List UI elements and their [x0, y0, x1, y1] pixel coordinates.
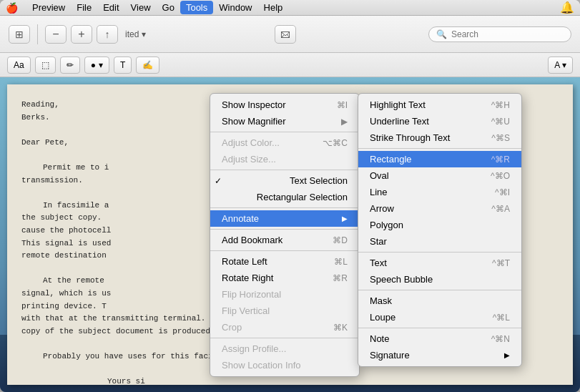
menu-highlight-text-label: Highlight Text — [370, 99, 426, 110]
menu-adjust-color[interactable]: Adjust Color... ⌥⌘C — [210, 134, 359, 151]
menu-note-shortcut: ^⌘N — [491, 334, 510, 344]
menu-sep-4 — [210, 229, 359, 230]
menu-show-location-info[interactable]: Show Location Info — [210, 357, 359, 373]
annotation-bar: Aa ⬚ ✏ ● ▾ T ✍ A ▾ — [0, 53, 580, 77]
menu-text-selection-label: Text Selection — [290, 175, 348, 186]
signature-arrow-icon: ▶ — [504, 351, 510, 359]
menubar-help[interactable]: Help — [258, 1, 289, 14]
font-button[interactable]: Aa — [7, 57, 31, 74]
apple-menu[interactable]: 🍎 — [6, 2, 18, 14]
menu-annotate-label: Annotate — [222, 213, 259, 224]
zoom-in-button[interactable]: + — [71, 25, 92, 44]
toolbar-sep-1 — [37, 24, 38, 44]
menu-assign-profile[interactable]: Assign Profile... — [210, 340, 359, 357]
no-check-icon — [215, 192, 222, 202]
menu-show-magnifier[interactable]: Show Magnifier ▶ — [210, 113, 359, 129]
stamp-button[interactable]: 🖂 — [275, 25, 296, 44]
menu-line-shortcut: ^⌘I — [495, 187, 510, 197]
view-toggle-button[interactable]: ⊞ — [9, 25, 30, 44]
menu-underline-text[interactable]: Underline Text ^⌘U — [358, 113, 521, 129]
menu-flip-horizontal[interactable]: Flip Horizontal — [210, 286, 359, 303]
menu-assign-profile-label: Assign Profile... — [222, 343, 286, 354]
shapes-button[interactable]: ● ▾ — [84, 57, 109, 74]
tools-menu: Show Inspector ⌘I Show Magnifier ▶ Adjus… — [210, 93, 360, 377]
menu-rectangle[interactable]: Rectangle ^⌘R — [358, 151, 521, 167]
zoom-out-button[interactable]: − — [45, 25, 67, 44]
menu-show-magnifier-arrow: ▶ — [341, 117, 348, 127]
selection-button[interactable]: ⬚ — [35, 57, 56, 74]
menubar-go[interactable]: Go — [157, 1, 180, 14]
menu-add-bookmark[interactable]: Add Bookmark ⌘D — [210, 232, 359, 248]
menu-underline-text-label: Underline Text — [370, 116, 429, 127]
menu-rectangle-shortcut: ^⌘R — [491, 155, 510, 165]
menubar-window[interactable]: Window — [213, 1, 257, 14]
text-button[interactable]: T — [114, 57, 132, 74]
sign-button[interactable]: ✍ — [136, 57, 159, 74]
menu-adjust-size[interactable]: Adjust Size... — [210, 151, 359, 167]
check-icon: ✓ — [215, 176, 222, 186]
selection-icon: ⬚ — [41, 60, 49, 70]
menubar-view[interactable]: View — [125, 1, 157, 14]
menu-loupe[interactable]: Loupe ^⌘L — [358, 309, 521, 325]
font-size-button[interactable]: A ▾ — [548, 57, 573, 74]
menu-polygon-label: Polygon — [370, 220, 403, 230]
search-icon: 🔍 — [436, 29, 447, 39]
menu-show-inspector[interactable]: Show Inspector ⌘I — [210, 97, 359, 113]
menu-adjust-color-label: Adjust Color... — [222, 137, 280, 148]
pencil-icon: ✏ — [67, 60, 74, 70]
menu-crop-label: Crop — [222, 322, 242, 333]
annotate-submenu: Highlight Text ^⌘H Underline Text ^⌘U St… — [358, 93, 522, 367]
menu-rectangular-selection[interactable]: Rectangular Selection — [210, 189, 359, 205]
menu-star[interactable]: Star — [358, 233, 521, 250]
search-box[interactable]: 🔍 — [428, 26, 571, 42]
menu-loupe-shortcut: ^⌘L — [493, 313, 510, 323]
menu-text-shortcut: ^⌘T — [492, 258, 510, 268]
font-label: Aa — [14, 60, 24, 70]
main-content: Reading, Berks. Dear Pete, Permit me to … — [0, 77, 580, 392]
menu-show-magnifier-label: Show Magnifier — [222, 116, 286, 127]
menu-rotate-right[interactable]: Rotate Right ⌘R — [210, 270, 359, 286]
menu-add-bookmark-shortcut: ⌘D — [333, 235, 348, 245]
menubar-edit[interactable]: Edit — [97, 1, 124, 14]
menu-polygon[interactable]: Polygon — [358, 217, 521, 233]
menu-text[interactable]: Text ^⌘T — [358, 255, 521, 271]
menubar-tools[interactable]: Tools — [180, 1, 213, 14]
menu-strike-through-text[interactable]: Strike Through Text ^⌘S — [358, 129, 521, 146]
menu-flip-vertical[interactable]: Flip Vertical — [210, 303, 359, 319]
text-icon: T — [120, 60, 125, 70]
menu-speech-bubble[interactable]: Speech Bubble — [358, 271, 521, 288]
menu-show-inspector-label: Show Inspector — [222, 99, 286, 110]
menubar: 🍎 Preview File Edit View Go Tools Window… — [0, 0, 580, 16]
menu-oval-shortcut: ^⌘O — [491, 171, 510, 181]
search-input[interactable] — [451, 29, 559, 39]
menu-oval-label: Oval — [370, 170, 389, 181]
menu-mask[interactable]: Mask — [358, 293, 521, 309]
sub-sep-4 — [358, 328, 521, 328]
menu-text-selection[interactable]: ✓ Text Selection — [210, 172, 359, 189]
menu-annotate[interactable]: Annotate ▶ — [210, 210, 359, 227]
menu-note[interactable]: Note ^⌘N — [358, 330, 521, 347]
menu-arrow[interactable]: Arrow ^⌘A — [358, 200, 521, 217]
sub-sep-3 — [358, 290, 521, 290]
menu-flip-horizontal-label: Flip Horizontal — [222, 289, 281, 300]
share-button[interactable]: ↑ — [97, 25, 118, 44]
menu-loupe-label: Loupe — [370, 312, 395, 323]
pencil-button[interactable]: ✏ — [60, 57, 80, 74]
menu-star-label: Star — [370, 236, 387, 247]
menu-strike-through-text-label: Strike Through Text — [370, 132, 450, 143]
menu-highlight-text[interactable]: Highlight Text ^⌘H — [358, 97, 521, 113]
menu-adjust-color-shortcut: ⌥⌘C — [323, 138, 348, 148]
menu-arrow-label: Arrow — [370, 203, 394, 214]
menu-strike-through-text-shortcut: ^⌘S — [491, 133, 510, 143]
menu-rotate-left[interactable]: Rotate Left ⌘L — [210, 253, 359, 270]
menu-show-inspector-shortcut: ⌘I — [337, 100, 348, 110]
menu-signature[interactable]: Signature ▶ — [358, 347, 521, 363]
menu-rectangular-selection-label: Rectangular Selection — [257, 192, 348, 202]
menu-crop[interactable]: Crop ⌘K — [210, 319, 359, 335]
menubar-file[interactable]: File — [71, 1, 97, 14]
menu-rectangle-label: Rectangle — [370, 154, 412, 165]
menu-line[interactable]: Line ^⌘I — [358, 184, 521, 200]
menu-sep-1 — [210, 132, 359, 132]
menubar-preview[interactable]: Preview — [26, 1, 71, 14]
menu-oval[interactable]: Oval ^⌘O — [358, 167, 521, 184]
